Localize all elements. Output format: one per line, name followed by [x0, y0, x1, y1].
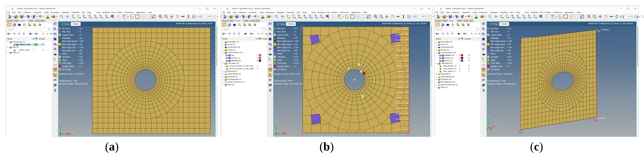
- svg-text:CONN2D2: CONN2D2: [601, 29, 609, 31]
- svg-text:Y: Y: [276, 120, 277, 122]
- svg-text:DLOAD = -1.000: DLOAD = -1.000: [396, 102, 408, 104]
- svg-text:1: 1: [302, 25, 302, 26]
- svg-text:Z: Z: [493, 129, 494, 131]
- svg-text:DLOAD = -1.000: DLOAD = -1.000: [396, 60, 408, 62]
- svg-text:DLOAD = -1.000: DLOAD = -1.000: [396, 39, 408, 41]
- svg-text:DLOAD = -1.000: DLOAD = -1.000: [396, 28, 408, 30]
- svg-text:DLOAD = -1.000: DLOAD = -1.000: [396, 97, 408, 99]
- svg-text:DLOAD = -1.000: DLOAD = -1.000: [396, 81, 408, 83]
- svg-text:Z: Z: [276, 131, 278, 133]
- svg-text:Z: Z: [61, 132, 62, 133]
- svg-text:DLOAD = -1.000: DLOAD = -1.000: [396, 49, 408, 51]
- svg-text:DLOAD = -1.000: DLOAD = -1.000: [396, 65, 408, 67]
- svg-text:DLOAD = -1.000: DLOAD = -1.000: [396, 55, 408, 57]
- svg-text:DLOAD = -1.000: DLOAD = -1.000: [396, 92, 408, 94]
- svg-text:X: X: [72, 131, 74, 133]
- svg-text:DLOAD = -1.000: DLOAD = -1.000: [396, 34, 408, 36]
- svg-text:X: X: [496, 124, 498, 126]
- svg-text:DLOAD = -1.000: DLOAD = -1.000: [396, 44, 408, 46]
- svg-text:DLOAD = -1.000: DLOAD = -1.000: [396, 87, 408, 88]
- svg-text:DLOAD = -1.000: DLOAD = -1.000: [396, 123, 408, 125]
- svg-text:Y: Y: [488, 114, 490, 116]
- svg-text:Y: Y: [60, 120, 61, 122]
- svg-text:DLOAD = -1.000: DLOAD = -1.000: [396, 108, 408, 109]
- svg-text:X: X: [288, 131, 289, 133]
- svg-text:DLOAD = -1.000: DLOAD = -1.000: [396, 118, 408, 120]
- svg-text:DLOAD = -1.000: DLOAD = -1.000: [396, 71, 408, 72]
- svg-text:DLOAD = -1.000: DLOAD = -1.000: [396, 76, 408, 78]
- svg-text:DLOAD = -1.000: DLOAD = -1.000: [396, 113, 408, 115]
- svg-text:DLOAD = -1.000: DLOAD = -1.000: [396, 129, 408, 131]
- svg-text:EQUATION: EQUATION: [596, 117, 605, 119]
- svg-text:EQUATION: EQUATION: [522, 37, 531, 39]
